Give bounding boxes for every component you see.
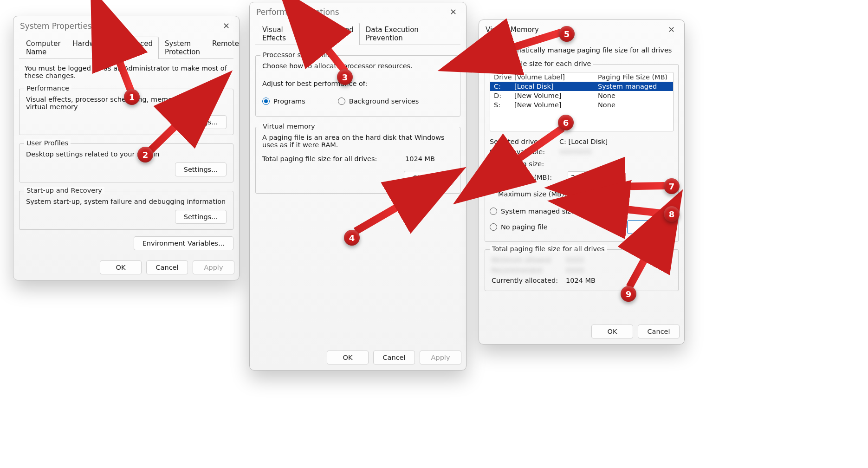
vmem-titlebar: Virtual Memory ✕ [479,20,684,39]
group-startup-recovery-legend: Start-up and Recovery [24,187,104,194]
tab-advanced[interactable]: Advanced [112,37,159,59]
tab-hardware[interactable]: Hardware [67,37,112,59]
radio-dot-icon [490,208,497,215]
close-icon[interactable]: ✕ [665,25,678,35]
group-startup-recovery: Start-up and Recovery System start-up, s… [19,191,233,230]
selected-drive-label: Selected drive: [490,138,559,145]
annotation-5: 5 [559,26,575,42]
annotation-6: 6 [558,115,574,130]
radio-custom-size[interactable]: Custom size: [490,160,544,168]
totals-blur-label1: Minimum allowed [492,256,566,264]
tab-dep[interactable]: Data Execution Prevention [360,23,460,45]
sysprop-titlebar: System Properties ✕ [13,16,239,33]
totals-blur-label2: Recommended [492,266,566,274]
annotation-1: 1 [124,89,140,105]
drive-row-d[interactable]: D: [New Volume] None [490,91,673,100]
vmem-cancel-button[interactable]: Cancel [638,325,680,338]
custom-size-label: Custom size: [501,160,544,168]
tab-system-protection[interactable]: System Protection [159,37,206,59]
tab-perf-advanced[interactable]: Advanced [313,23,360,45]
perfopt-titlebar: Performance Options ✕ [250,2,466,19]
radio-dot-icon [262,98,270,105]
total-paging-legend: Total paging file size for all drives [490,245,607,253]
drive-list-header: Drive [Volume Label] Paging File Size (M… [490,72,673,82]
drive-label: [New Volume] [514,101,598,109]
system-managed-label: System managed size [501,208,575,215]
perfopt-cancel-button[interactable]: Cancel [373,351,415,364]
space-available-value: XXXXXXX [559,148,674,156]
group-processor-scheduling: Processor scheduling Choose how to alloc… [255,55,460,117]
vmem-ok-button[interactable]: OK [591,325,633,338]
radio-programs-label: Programs [273,98,305,105]
annotation-8: 8 [664,206,680,222]
vmem-total-value: 1024 MB [405,155,435,162]
annotation-9: 9 [621,286,636,302]
sysprop-apply-button[interactable]: Apply [193,260,234,274]
environment-variables-button[interactable]: Environment Variables... [134,236,233,250]
group-user-profiles-desc: Desktop settings related to your sign-in [26,150,227,158]
sysprop-button-row: OK Cancel Apply [13,256,239,280]
perfopt-apply-button[interactable]: Apply [420,351,461,364]
proc-sched-desc: Choose how to allocate processor resourc… [262,62,453,70]
maximum-size-input[interactable] [568,188,619,200]
vmem-legend: Virtual memory [260,123,317,130]
sysprop-tabs: Computer Name Hardware Advanced System P… [19,37,233,59]
initial-size-input[interactable] [568,171,619,183]
hdr-drive: Drive [494,73,514,81]
tab-computer-name[interactable]: Computer Name [20,37,67,59]
drive-letter: D: [494,92,514,99]
perfopt-ok-button[interactable]: OK [327,351,369,364]
hdr-size: Paging File Size (MB) [598,73,669,81]
group-performance-legend: Performance [24,84,71,92]
admin-notice: You must be logged on as an Administrato… [19,59,233,80]
performance-options-dialog: Performance Options ✕ Visual Effects Adv… [249,2,466,370]
radio-system-managed[interactable]: System managed size [490,208,575,215]
radio-programs[interactable]: Programs [262,98,305,105]
hdr-label: [Volume Label] [514,73,598,81]
group-paging-per-drive: Paging file size for each drive Drive [V… [485,64,679,242]
perfopt-title: Performance Options [256,7,339,17]
close-icon[interactable]: ✕ [220,21,233,31]
vmem-total-label: Total paging file size for all drives: [262,155,377,162]
vmem-button-row: OK Cancel [479,320,684,344]
drive-row-c[interactable]: C: [Local Disk] System managed [490,82,673,91]
group-startup-recovery-desc: System start-up, system failure and debu… [26,198,227,205]
radio-dot-icon [490,160,497,168]
drive-size: System managed [598,83,669,90]
adjust-label: Adjust for best performance of: [262,80,453,87]
set-button[interactable]: Set [627,220,674,234]
annotation-4: 4 [344,230,360,246]
radio-background-services[interactable]: Background services [338,98,419,105]
tab-remote[interactable]: Remote [206,37,240,59]
drive-list[interactable]: Drive [Volume Label] Paging File Size (M… [490,72,674,131]
sysprop-cancel-button[interactable]: Cancel [146,260,188,274]
close-icon[interactable]: ✕ [447,7,460,17]
annotation-3: 3 [337,69,353,85]
vmem-title: Virtual Memory [486,26,539,34]
auto-manage-checkbox[interactable]: Automatically manage paging file size fo… [486,46,679,54]
startup-settings-button[interactable]: Settings... [175,210,227,224]
tab-visual-effects[interactable]: Visual Effects [256,23,313,45]
initial-size-label: Initial size (MB): [498,174,568,181]
group-user-profiles-legend: User Profiles [24,139,71,147]
group-user-profiles: User Profiles Desktop settings related t… [19,143,233,182]
maximum-size-label: Maximum size (MB): [498,190,568,198]
drive-size: None [598,101,669,109]
currently-allocated-value: 1024 MB [566,277,672,284]
vmem-change-button[interactable]: Change... [404,171,453,185]
perfopt-tabs: Visual Effects Advanced Data Execution P… [255,23,460,45]
no-paging-label: No paging file [501,223,548,231]
proc-sched-legend: Processor scheduling [260,51,336,58]
vmem-desc: A paging file is an area on the hard dis… [262,134,453,149]
group-total-paging: Total paging file size for all drives Mi… [485,249,679,291]
paging-per-drive-legend: Paging file size for each drive [490,60,593,67]
annotation-2: 2 [137,147,153,162]
performance-settings-button[interactable]: Settings... [175,115,227,129]
user-profiles-settings-button[interactable]: Settings... [175,162,227,176]
sysprop-ok-button[interactable]: OK [100,260,142,274]
sysprop-title: System Properties [20,21,92,31]
drive-row-s[interactable]: S: [New Volume] None [490,100,673,110]
radio-dot-icon [490,223,497,231]
drive-label: [Local Disk] [514,83,598,90]
radio-no-paging-file[interactable]: No paging file [490,223,548,231]
